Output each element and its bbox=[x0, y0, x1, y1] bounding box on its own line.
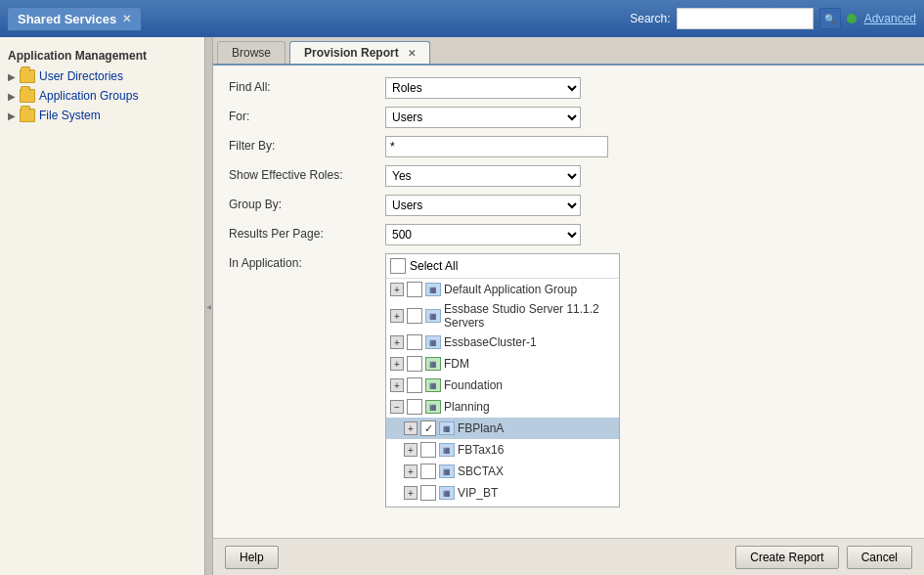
filter-by-control bbox=[385, 136, 608, 157]
group-by-control: Users Roles bbox=[385, 195, 581, 216]
list-item[interactable]: + ▦ Essbase Studio Server 11.1.2 Servers bbox=[386, 300, 619, 332]
list-item[interactable]: − ▦ Planning bbox=[386, 396, 619, 418]
show-effective-label: Show Effective Roles: bbox=[229, 165, 385, 182]
item-checkbox[interactable] bbox=[407, 308, 422, 324]
list-item[interactable]: + ▦ FDM bbox=[386, 353, 619, 375]
app-icon: ▦ bbox=[425, 400, 441, 414]
expand-icon[interactable]: + bbox=[390, 335, 404, 349]
item-label: Default Application Group bbox=[444, 283, 577, 296]
expand-icon[interactable]: + bbox=[390, 378, 404, 392]
expand-icon[interactable]: + bbox=[390, 309, 404, 323]
list-item[interactable]: + ▦ Foundation bbox=[386, 375, 619, 396]
tab-close-icon[interactable]: ✕ bbox=[122, 13, 131, 25]
app-list[interactable]: Select All + ▦ Default Application Group… bbox=[385, 253, 620, 508]
folder-icon bbox=[20, 69, 35, 83]
search-area: Search: 🔍 Advanced bbox=[630, 8, 916, 29]
item-label: SBCTAX bbox=[458, 464, 504, 478]
filter-by-input[interactable] bbox=[385, 136, 608, 157]
item-label: Foundation bbox=[444, 378, 503, 392]
sidebar-item-user-directories[interactable]: ▶ User Directories bbox=[0, 66, 204, 86]
sidebar: Application Management ▶ User Directorie… bbox=[0, 37, 205, 575]
expand-icon[interactable]: + bbox=[390, 357, 404, 371]
group-by-row: Group By: Users Roles bbox=[229, 195, 908, 216]
list-item[interactable]: + ▦ EssbaseCluster-1 bbox=[386, 332, 619, 353]
help-button[interactable]: Help bbox=[225, 546, 279, 569]
list-item[interactable]: + ▦ FBPlanA bbox=[386, 418, 619, 439]
bottom-toolbar: Help Create Report Cancel bbox=[213, 538, 924, 575]
form-area: Find All: Roles Users Groups For: Users … bbox=[213, 66, 924, 538]
sidebar-item-application-groups[interactable]: ▶ Application Groups bbox=[0, 86, 204, 106]
item-checkbox[interactable] bbox=[420, 420, 436, 436]
tab-browse-label: Browse bbox=[232, 46, 271, 60]
main-layout: Application Management ▶ User Directorie… bbox=[0, 37, 924, 575]
item-checkbox[interactable] bbox=[407, 282, 422, 297]
item-checkbox[interactable] bbox=[407, 356, 422, 372]
results-per-page-select[interactable]: 500 100 200 1000 bbox=[385, 224, 581, 245]
sidebar-item-file-system[interactable]: ▶ File System bbox=[0, 106, 204, 125]
item-checkbox[interactable] bbox=[407, 377, 422, 393]
create-report-button[interactable]: Create Report bbox=[735, 546, 838, 569]
item-checkbox[interactable] bbox=[420, 442, 436, 458]
sidebar-heading: Application Management bbox=[0, 45, 204, 66]
content-area: Browse Provision Report ✕ Find All: Role… bbox=[213, 37, 924, 575]
show-effective-control: Yes No bbox=[385, 165, 581, 187]
expand-arrow-icon: ▶ bbox=[8, 71, 16, 82]
tab-provision-report-label: Provision Report bbox=[304, 46, 399, 60]
title-bar: Shared Services ✕ Search: 🔍 Advanced bbox=[0, 0, 924, 37]
group-by-select[interactable]: Users Roles bbox=[385, 195, 581, 216]
tab-provision-report-close-icon[interactable]: ✕ bbox=[408, 48, 416, 59]
list-item[interactable]: + ▦ FBTax16 bbox=[386, 439, 619, 461]
cancel-button[interactable]: Cancel bbox=[847, 546, 912, 569]
select-all-row[interactable]: Select All bbox=[386, 254, 619, 279]
app-tab[interactable]: Shared Services ✕ bbox=[8, 8, 141, 30]
expand-icon[interactable]: + bbox=[404, 486, 418, 500]
results-per-page-label: Results Per Page: bbox=[229, 224, 385, 241]
resize-handle[interactable]: ◂ bbox=[205, 37, 213, 575]
list-item[interactable]: + ▦ Reporting and Analysis bbox=[386, 504, 619, 508]
search-label: Search: bbox=[630, 12, 670, 25]
find-all-control: Roles Users Groups bbox=[385, 77, 581, 99]
app-icon: ▦ bbox=[425, 283, 441, 296]
in-application-control: Select All + ▦ Default Application Group… bbox=[385, 253, 620, 508]
item-label: EssbaseCluster-1 bbox=[444, 335, 537, 349]
action-buttons: Create Report Cancel bbox=[735, 546, 912, 569]
in-application-row: In Application: Select All + ▦ bbox=[229, 253, 908, 508]
tab-browse[interactable]: Browse bbox=[217, 41, 286, 64]
item-checkbox[interactable] bbox=[420, 485, 436, 501]
select-all-checkbox[interactable] bbox=[390, 258, 406, 274]
status-dot-icon bbox=[847, 14, 857, 23]
list-item[interactable]: + ▦ SBCTAX bbox=[386, 461, 619, 482]
app-icon: ▦ bbox=[425, 378, 441, 392]
app-icon: ▦ bbox=[425, 309, 441, 323]
item-checkbox[interactable] bbox=[407, 334, 422, 350]
search-button[interactable]: 🔍 bbox=[819, 8, 841, 29]
find-all-select[interactable]: Roles Users Groups bbox=[385, 77, 581, 99]
expand-icon[interactable]: − bbox=[390, 400, 404, 414]
item-label: FBPlanA bbox=[458, 421, 504, 435]
list-item[interactable]: + ▦ Default Application Group bbox=[386, 279, 619, 300]
expand-icon[interactable]: + bbox=[404, 421, 418, 435]
filter-by-label: Filter By: bbox=[229, 136, 385, 153]
item-checkbox[interactable] bbox=[407, 399, 422, 415]
app-icon: ▦ bbox=[439, 443, 455, 457]
search-input[interactable] bbox=[677, 8, 814, 29]
list-item[interactable]: + ▦ VIP_BT bbox=[386, 482, 619, 504]
for-select[interactable]: Users Groups bbox=[385, 107, 581, 128]
show-effective-select[interactable]: Yes No bbox=[385, 165, 581, 187]
in-application-label: In Application: bbox=[229, 253, 385, 270]
expand-icon[interactable]: + bbox=[390, 283, 404, 296]
advanced-link[interactable]: Advanced bbox=[864, 12, 916, 25]
expand-arrow-icon: ▶ bbox=[8, 111, 16, 121]
expand-icon[interactable]: + bbox=[404, 443, 418, 457]
show-effective-row: Show Effective Roles: Yes No bbox=[229, 165, 908, 187]
item-label: FDM bbox=[444, 357, 469, 371]
sidebar-label-user-directories: User Directories bbox=[39, 69, 123, 83]
item-checkbox[interactable] bbox=[407, 507, 422, 508]
expand-icon[interactable]: + bbox=[404, 464, 418, 478]
expand-arrow-icon: ▶ bbox=[8, 91, 16, 102]
tab-provision-report[interactable]: Provision Report ✕ bbox=[289, 41, 430, 64]
find-all-label: Find All: bbox=[229, 77, 385, 94]
app-icon: ▦ bbox=[425, 335, 441, 349]
item-checkbox[interactable] bbox=[420, 464, 436, 479]
app-icon: ▦ bbox=[425, 357, 441, 371]
